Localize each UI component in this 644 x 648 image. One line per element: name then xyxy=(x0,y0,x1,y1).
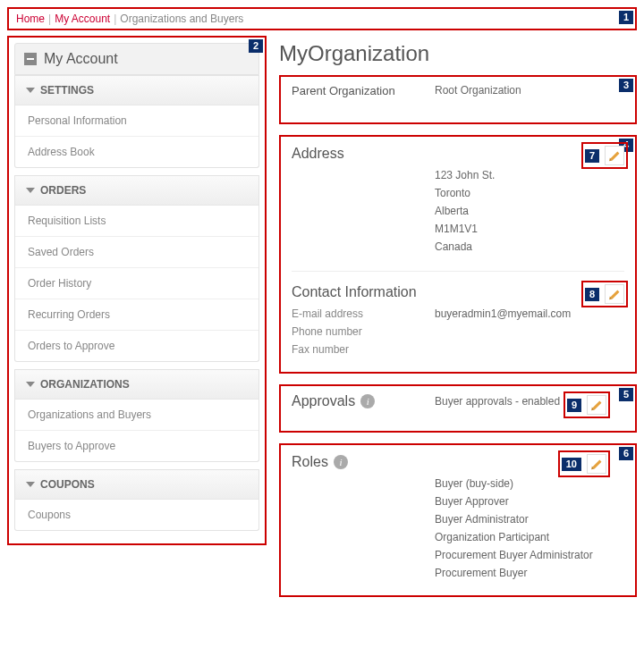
address-line: M1M1V1 xyxy=(435,223,624,235)
callout-6: 6 xyxy=(619,447,633,460)
panel-roles: 6 10 Roles i Buyer (buy-side) Buyer Appr… xyxy=(279,443,637,597)
edit-approvals-button[interactable] xyxy=(587,395,606,415)
address-block: 7 Address 123 John St. Toronto Alberta M… xyxy=(292,146,624,258)
breadcrumb-current: Organizations and Buyers xyxy=(120,13,243,25)
nav-header-label: ORGANIZATIONS xyxy=(40,378,130,391)
divider xyxy=(292,271,624,272)
address-line: Alberta xyxy=(435,205,624,217)
panel-address-contact: 4 7 Address 123 John St. Toronto Alberta… xyxy=(279,135,637,374)
breadcrumb: Home | My Account | Organizations and Bu… xyxy=(7,7,637,30)
callout-2: 2 xyxy=(249,39,263,53)
chevron-down-icon xyxy=(26,88,35,93)
address-lines: 123 John St. Toronto Alberta M1M1V1 Cana… xyxy=(435,169,624,258)
role-item: Organization Participant xyxy=(435,531,624,543)
nav-item-recurring-orders[interactable]: Recurring Orders xyxy=(15,299,258,331)
address-title: Address xyxy=(292,146,624,162)
nav-item-requisition-lists[interactable]: Requisition Lists xyxy=(15,206,258,237)
nav-item-coupons[interactable]: Coupons xyxy=(15,500,258,530)
chevron-down-icon xyxy=(26,382,35,387)
nav-item-orders-to-approve[interactable]: Orders to Approve xyxy=(15,331,258,361)
roles-list: Buyer (buy-side) Buyer Approver Buyer Ad… xyxy=(435,477,624,585)
info-icon[interactable]: i xyxy=(334,455,348,469)
edit-roles-button[interactable] xyxy=(587,454,606,474)
callout-9: 9 xyxy=(567,399,581,412)
nav-header-label: ORDERS xyxy=(40,184,86,197)
sidebar: 2 My Account SETTINGS Personal Informati… xyxy=(7,36,267,545)
nav-item-order-history[interactable]: Order History xyxy=(15,268,258,299)
panel-parent-org: 3 Parent Organization Root Organization xyxy=(279,75,637,124)
pencil-icon xyxy=(610,151,619,160)
email-label: E-mail address xyxy=(292,307,435,320)
roles-title-text: Roles xyxy=(292,454,328,470)
contact-edit-cluster: 8 xyxy=(581,281,628,307)
nav-header-settings[interactable]: SETTINGS xyxy=(15,75,258,105)
nav-group-organizations: ORGANIZATIONS Organizations and Buyers B… xyxy=(14,369,259,462)
nav-item-saved-orders[interactable]: Saved Orders xyxy=(15,237,258,268)
callout-8: 8 xyxy=(585,288,599,301)
callout-10: 10 xyxy=(562,458,581,471)
contact-title: Contact Information xyxy=(292,284,624,300)
panel-approvals: 5 9 Approvals i Buyer approvals - enable… xyxy=(279,384,637,433)
approvals-edit-cluster: 9 xyxy=(564,391,610,418)
role-item: Procurement Buyer Administrator xyxy=(435,549,624,561)
callout-7: 7 xyxy=(585,149,599,163)
nav-item-organizations-and-buyers[interactable]: Organizations and Buyers xyxy=(15,400,258,431)
contact-block: 8 Contact Information E-mail address buy… xyxy=(292,284,624,356)
callout-1: 1 xyxy=(619,11,633,24)
nav-header-label: COUPONS xyxy=(40,478,95,491)
pencil-icon xyxy=(592,400,601,409)
nav-header-label: SETTINGS xyxy=(40,84,94,97)
collapse-icon xyxy=(24,53,37,65)
nav-item-buyers-to-approve[interactable]: Buyers to Approve xyxy=(15,431,258,461)
main-content: MyOrganization 3 Parent Organization Roo… xyxy=(279,36,637,608)
pencil-icon xyxy=(592,459,601,468)
info-icon[interactable]: i xyxy=(360,394,375,408)
nav-item-address-book[interactable]: Address Book xyxy=(15,137,258,167)
role-item: Buyer (buy-side) xyxy=(435,477,624,490)
nav-header-orders[interactable]: ORDERS xyxy=(15,175,258,206)
breadcrumb-sep: | xyxy=(114,13,116,25)
email-value: buyeradmin1@myemail.com xyxy=(435,307,571,320)
address-line: 123 John St. xyxy=(435,169,624,181)
approvals-title-text: Approvals xyxy=(292,393,355,409)
nav-group-coupons: COUPONS Coupons xyxy=(14,469,259,531)
nav-group-orders: ORDERS Requisition Lists Saved Orders Or… xyxy=(14,175,259,362)
breadcrumb-home[interactable]: Home xyxy=(16,13,45,25)
roles-edit-cluster: 10 xyxy=(558,450,610,477)
edit-contact-button[interactable] xyxy=(605,284,624,304)
nav-header-coupons[interactable]: COUPONS xyxy=(15,469,258,500)
fax-label: Fax number xyxy=(292,343,435,356)
chevron-down-icon xyxy=(26,188,35,193)
pencil-icon xyxy=(610,290,619,299)
sidebar-title[interactable]: My Account xyxy=(14,43,259,75)
approvals-title: Approvals i xyxy=(292,393,435,409)
chevron-down-icon xyxy=(26,482,35,487)
callout-5: 5 xyxy=(619,388,633,401)
parent-org-value: Root Organization xyxy=(435,84,624,97)
edit-address-button[interactable] xyxy=(605,146,624,165)
page-title: MyOrganization xyxy=(279,41,637,66)
nav-group-settings: SETTINGS Personal Information Address Bo… xyxy=(14,75,259,168)
role-item: Buyer Administrator xyxy=(435,513,624,526)
breadcrumb-sep: | xyxy=(48,13,51,25)
address-line: Canada xyxy=(435,240,624,253)
nav-item-personal-info[interactable]: Personal Information xyxy=(15,105,258,137)
parent-org-label: Parent Organization xyxy=(292,84,435,97)
address-line: Toronto xyxy=(435,187,624,199)
address-edit-cluster: 7 xyxy=(581,142,628,169)
role-item: Buyer Approver xyxy=(435,495,624,508)
nav-header-organizations[interactable]: ORGANIZATIONS xyxy=(15,369,258,400)
phone-label: Phone number xyxy=(292,325,435,338)
callout-3: 3 xyxy=(619,79,633,92)
breadcrumb-myaccount[interactable]: My Account xyxy=(55,13,110,25)
role-item: Procurement Buyer xyxy=(435,567,624,579)
sidebar-title-label: My Account xyxy=(44,51,118,67)
